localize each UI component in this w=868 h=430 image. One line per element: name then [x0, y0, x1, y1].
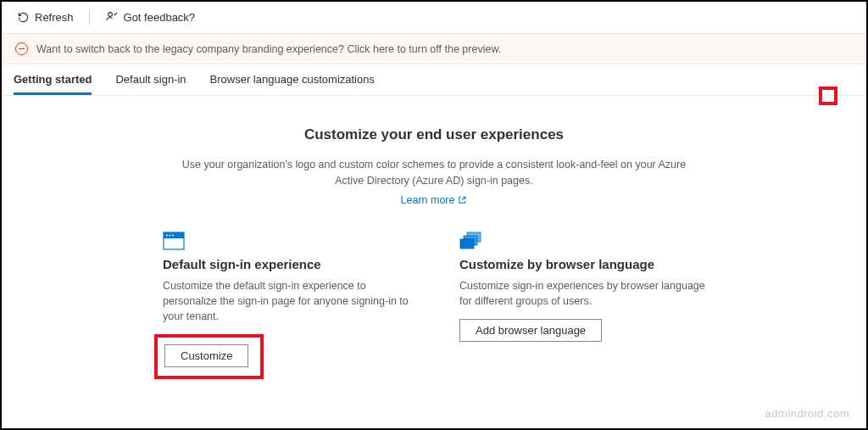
svg-point-4 [170, 234, 171, 236]
tab-default-signin[interactable]: Default sign-in [115, 64, 186, 95]
svg-rect-8 [460, 239, 474, 249]
info-bar-text: Want to switch back to the legacy compan… [36, 43, 501, 55]
page-description: Use your organization's logo and custom … [171, 157, 697, 189]
card-default-desc: Customize the default sign-in experience… [163, 278, 409, 324]
minus-circle-icon [15, 42, 28, 55]
svg-point-0 [108, 13, 112, 17]
refresh-button[interactable]: Refresh [14, 9, 77, 25]
card-browser-language: Customize by browser language Customize … [459, 232, 705, 379]
learn-more-label: Learn more [401, 194, 455, 206]
watermark: admindroid.com [765, 407, 850, 420]
layers-icon [459, 232, 705, 250]
add-browser-language-button[interactable]: Add browser language [459, 319, 602, 342]
external-link-icon [458, 195, 467, 204]
card-browser-desc: Customize sign-in experiences by browser… [459, 278, 705, 309]
cards-row: Default sign-in experience Customize the… [53, 232, 815, 379]
feedback-button[interactable]: Got feedback? [102, 8, 199, 25]
annotation-highlight-customize: Customize [154, 334, 264, 379]
annotation-highlight-box [819, 87, 837, 105]
refresh-icon [17, 11, 30, 24]
card-default-title: Default sign-in experience [163, 257, 409, 271]
preview-info-bar[interactable]: Want to switch back to the legacy compan… [2, 33, 866, 64]
learn-more-link[interactable]: Learn more [401, 194, 468, 206]
page-headline: Customize your end user experiences [53, 126, 815, 143]
tab-strip: Getting started Default sign-in Browser … [2, 64, 866, 96]
tab-browser-lang[interactable]: Browser language customizations [210, 64, 375, 95]
tab-getting-started[interactable]: Getting started [14, 64, 92, 95]
customize-button[interactable]: Customize [164, 344, 248, 367]
feedback-label: Got feedback? [124, 11, 196, 24]
card-browser-title: Customize by browser language [459, 257, 705, 271]
feedback-icon [105, 10, 119, 24]
refresh-label: Refresh [35, 11, 74, 24]
toolbar-divider [89, 9, 90, 25]
window-icon [163, 232, 409, 250]
svg-point-3 [166, 234, 168, 236]
svg-point-5 [172, 234, 174, 236]
main-content: Customize your end user experiences Use … [2, 96, 866, 379]
card-default-signin: Default sign-in experience Customize the… [163, 232, 409, 379]
command-bar: Refresh Got feedback? [2, 2, 866, 33]
